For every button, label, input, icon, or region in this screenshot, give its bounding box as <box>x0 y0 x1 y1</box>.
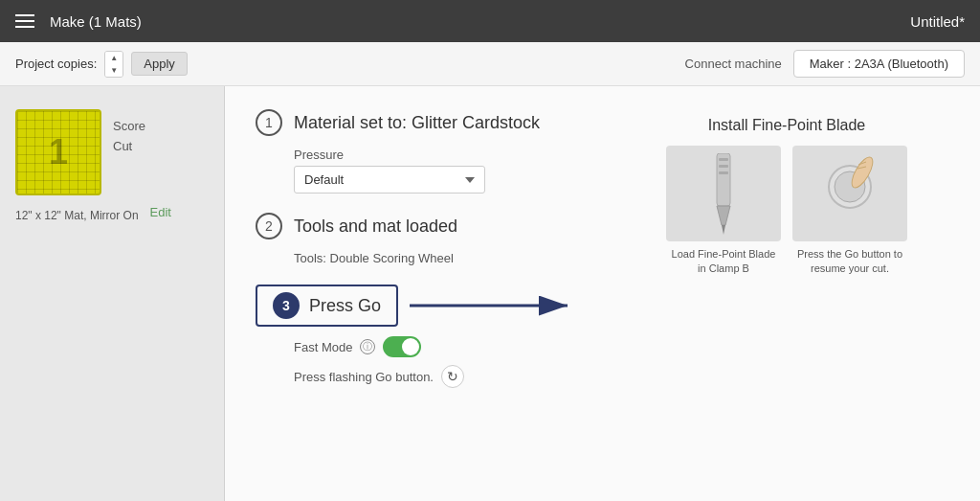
fast-mode-label: Fast Mode <box>294 340 352 354</box>
press-go-box: 3 Press Go <box>256 285 398 327</box>
blade-illustration-2 <box>807 153 893 235</box>
score-label: Score <box>113 117 145 137</box>
document-title: Untitled* <box>910 13 965 30</box>
flashing-label: Press flashing Go button. <box>294 370 434 384</box>
project-copies-label: Project copies: <box>15 57 97 71</box>
app-header: Make (1 Mats) Untitled* <box>0 0 980 42</box>
pressure-section: Pressure Default More Less <box>294 148 624 194</box>
step3-title: Press Go <box>309 296 381 316</box>
svg-rect-5 <box>719 171 728 174</box>
mat-number: 1 <box>49 132 68 172</box>
svg-rect-2 <box>717 153 730 206</box>
sidebar: 1 Score Cut 12" x 12" Mat, Mirror On Edi… <box>0 86 225 501</box>
right-column: Install Fine-Point Blade <box>624 109 949 407</box>
mat-info-row: 1 Score Cut <box>15 109 209 195</box>
main-content: 1 Score Cut 12" x 12" Mat, Mirror On Edi… <box>0 86 980 501</box>
cut-label: Cut <box>113 137 145 157</box>
step3-section: 3 Press Go <box>256 285 624 388</box>
fast-mode-row: Fast Mode ⓘ <box>294 336 624 357</box>
blade-image2-wrapper: Press the Go button to resume your cut. <box>792 146 907 277</box>
app-title: Make (1 Mats) <box>50 13 910 30</box>
svg-rect-4 <box>719 165 728 168</box>
step1-circle: 1 <box>256 109 282 136</box>
mat-preview: 1 <box>15 109 101 195</box>
step3-circle: 3 <box>273 292 300 319</box>
mat-labels: Score Cut <box>113 117 145 157</box>
content-area: 1 Material set to: Glitter Cardstock Pre… <box>225 86 980 501</box>
blade-image1-caption: Load Fine-Point Blade in Clamp B <box>666 247 781 277</box>
install-blade-title: Install Fine-Point Blade <box>708 117 866 134</box>
project-copies-stepper[interactable]: ▲ ▼ <box>104 51 123 78</box>
two-col-layout: 1 Material set to: Glitter Cardstock Pre… <box>256 109 949 407</box>
mat-meta: 12" x 12" Mat, Mirror On <box>15 209 139 222</box>
flashing-go-row: Press flashing Go button. ↻ <box>294 365 624 388</box>
blade-images: Load Fine-Point Blade in Clamp B <box>666 146 907 277</box>
stepper-down-button[interactable]: ▼ <box>105 64 122 77</box>
fast-mode-info-icon[interactable]: ⓘ <box>360 339 375 354</box>
stepper-up-button[interactable]: ▲ <box>105 52 122 64</box>
arrow-icon <box>410 290 582 321</box>
pressure-label: Pressure <box>294 148 624 162</box>
blade-image1-wrapper: Load Fine-Point Blade in Clamp B <box>666 146 781 277</box>
step2-circle: 2 <box>256 213 282 239</box>
connect-machine-label: Connect machine <box>685 57 782 71</box>
step2-section: 2 Tools and mat loaded Tools: Double Sco… <box>256 213 624 265</box>
edit-link[interactable]: Edit <box>150 205 171 219</box>
machine-selector-button[interactable]: Maker : 2A3A (Bluetooth) <box>793 50 965 78</box>
refresh-icon[interactable]: ↻ <box>441 365 464 388</box>
blade-illustration-1 <box>700 153 747 235</box>
svg-marker-6 <box>717 206 730 225</box>
svg-marker-7 <box>722 225 725 235</box>
blade-image2 <box>792 146 907 241</box>
toolbar-right: Connect machine Maker : 2A3A (Bluetooth) <box>685 50 965 78</box>
step1-section: 1 Material set to: Glitter Cardstock Pre… <box>256 109 624 194</box>
toolbar: Project copies: ▲ ▼ Apply Connect machin… <box>0 42 980 86</box>
toggle-knob <box>402 338 419 355</box>
fast-mode-toggle[interactable] <box>383 336 421 357</box>
svg-rect-3 <box>719 158 728 161</box>
step2-title: Tools and mat loaded <box>294 216 457 237</box>
blade-image1 <box>666 146 781 241</box>
step3-header: 3 Press Go <box>256 285 624 327</box>
step1-header: 1 Material set to: Glitter Cardstock <box>256 109 624 136</box>
left-column: 1 Material set to: Glitter Cardstock Pre… <box>256 109 624 407</box>
blade-image2-caption: Press the Go button to resume your cut. <box>792 247 907 277</box>
tools-text: Tools: Double Scoring Wheel <box>294 251 624 265</box>
step1-title: Material set to: Glitter Cardstock <box>294 113 540 133</box>
apply-button[interactable]: Apply <box>131 52 188 76</box>
pressure-select[interactable]: Default More Less <box>294 166 485 194</box>
step2-header: 2 Tools and mat loaded <box>256 213 624 239</box>
menu-icon[interactable] <box>15 14 34 28</box>
